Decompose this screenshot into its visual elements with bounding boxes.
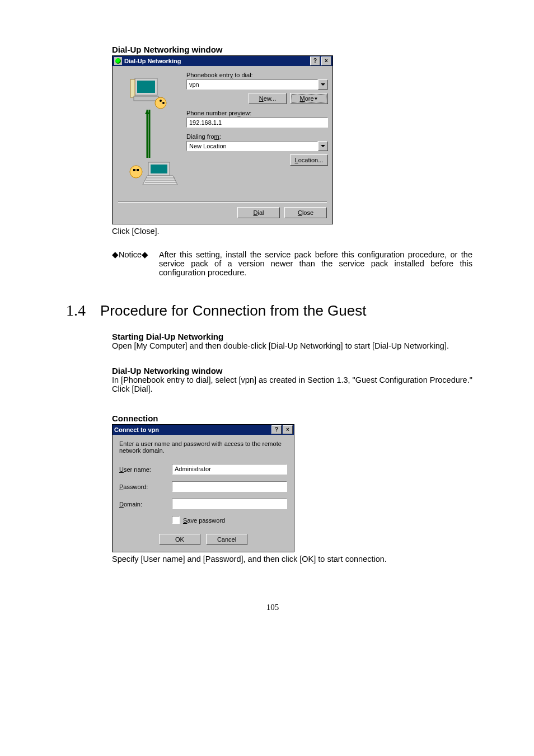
preview-field[interactable]: 192.168.1.1 bbox=[186, 118, 328, 128]
section-title: Procedure for Connection from the Guest bbox=[100, 302, 366, 320]
from-dropdown[interactable]: New Location bbox=[186, 141, 318, 151]
connect-after-text: Specify [User name] and [Password], and … bbox=[112, 555, 472, 564]
svg-rect-11 bbox=[137, 169, 139, 171]
click-close-text: Click [Close]. bbox=[112, 227, 472, 236]
more-button[interactable]: More ▼ bbox=[290, 93, 328, 104]
help-icon[interactable]: ? bbox=[310, 57, 320, 65]
connect-instruction: Enter a user name and password with acce… bbox=[119, 440, 287, 454]
page-number: 105 bbox=[73, 603, 472, 612]
username-field[interactable]: Administrator bbox=[172, 464, 287, 475]
connect-title-text: Connect to vpn bbox=[114, 426, 270, 433]
svg-rect-3 bbox=[134, 96, 158, 101]
ok-button[interactable]: OK bbox=[159, 534, 200, 545]
svg-rect-10 bbox=[133, 169, 135, 171]
section-number: 1.4 bbox=[66, 302, 86, 320]
section-heading: 1.4 Procedure for Connection from the Gu… bbox=[66, 302, 472, 320]
dun-titlebar: Dial-Up Networking ? × bbox=[113, 56, 332, 66]
close-icon[interactable]: × bbox=[283, 425, 293, 434]
notice-label: ◆Notice◆ bbox=[112, 250, 159, 277]
location-button[interactable]: Location... bbox=[290, 154, 328, 166]
from-label: Dialing from: bbox=[186, 133, 328, 140]
dun-illustration bbox=[117, 69, 183, 191]
password-label: Password: bbox=[119, 483, 170, 490]
connect-dialog: Connect to vpn ? × Enter a user name and… bbox=[112, 424, 294, 552]
phonebook-dropdown[interactable]: vpn bbox=[186, 79, 318, 90]
username-label: User name: bbox=[119, 466, 170, 473]
close-icon[interactable]: × bbox=[321, 57, 331, 65]
dial-button[interactable]: Dial bbox=[237, 207, 280, 218]
phonebook-label: Phonebook entry to dial: bbox=[186, 72, 328, 78]
save-password-checkbox[interactable] bbox=[172, 516, 180, 524]
svg-rect-2 bbox=[130, 79, 135, 97]
close-button[interactable]: Close bbox=[284, 207, 327, 218]
cancel-button[interactable]: Cancel bbox=[206, 534, 247, 545]
notice-text: After this setting, install the service … bbox=[159, 250, 472, 277]
dun-title-text: Dial-Up Networking bbox=[124, 58, 309, 64]
domain-field[interactable] bbox=[172, 499, 287, 509]
dunwin-text2: Click [Dial]. bbox=[112, 384, 472, 393]
svg-rect-1 bbox=[137, 81, 155, 93]
help-icon[interactable]: ? bbox=[271, 425, 282, 434]
start-text: Open [My Computer] and then double-click… bbox=[112, 341, 472, 350]
dun-dialog: Dial-Up Networking ? × bbox=[112, 55, 333, 224]
svg-point-6 bbox=[162, 102, 165, 104]
svg-point-9 bbox=[130, 166, 142, 178]
connect-titlebar: Connect to vpn ? × bbox=[113, 425, 294, 435]
preview-label: Phone number preview: bbox=[186, 110, 328, 116]
new-button[interactable]: New... bbox=[249, 93, 287, 104]
chevron-down-icon[interactable] bbox=[318, 141, 328, 151]
dun-caption: Dial-Up Networking window bbox=[112, 45, 472, 54]
dunwin-heading: Dial-Up Networking window bbox=[112, 366, 472, 375]
save-password-row[interactable]: Save password bbox=[172, 516, 287, 524]
dunwin-text: In [Phonebook entry to dial], select [vp… bbox=[112, 375, 472, 384]
connection-caption: Connection bbox=[112, 414, 472, 423]
svg-point-5 bbox=[160, 100, 162, 102]
dun-app-icon bbox=[114, 57, 122, 65]
password-field[interactable] bbox=[172, 481, 287, 492]
domain-label: Domain: bbox=[119, 501, 170, 508]
chevron-down-icon[interactable] bbox=[318, 79, 328, 90]
start-heading: Starting Dial-Up Networking bbox=[112, 332, 472, 341]
svg-rect-13 bbox=[151, 165, 167, 173]
